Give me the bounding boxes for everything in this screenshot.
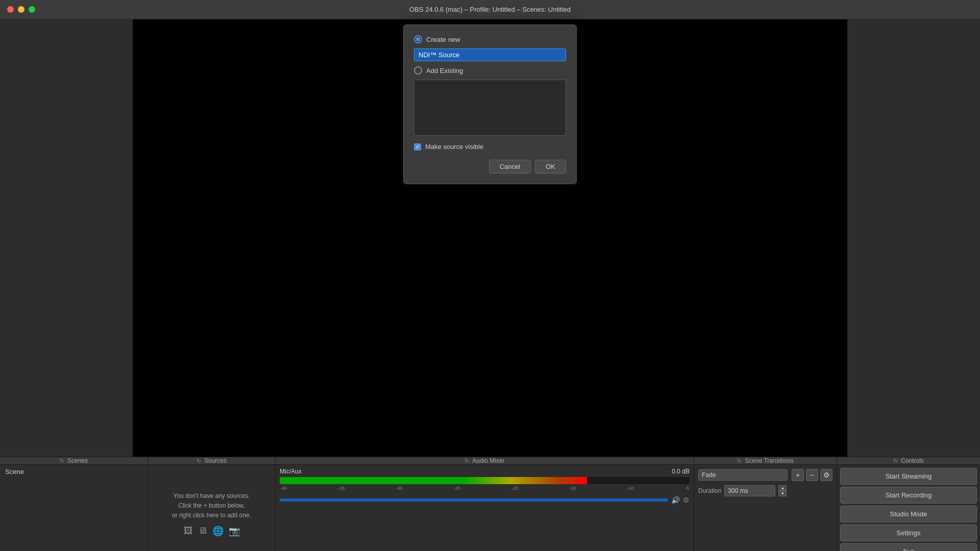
titlebar: OBS 24.0.6 (mac) – Profile: Untitled – S…: [0, 0, 980, 19]
audio-db-value: 0.0 dB: [672, 468, 690, 475]
mute-button[interactable]: 🔊: [671, 496, 680, 504]
image-source-icon: 🖼: [184, 525, 193, 537]
main-area: Create new Add Existing Make source visi…: [0, 19, 980, 457]
make-visible-row[interactable]: Make source visible: [414, 143, 566, 151]
transitions-refresh-icon[interactable]: ↻: [737, 458, 742, 464]
scene-item[interactable]: Scene: [0, 465, 148, 479]
scenes-panel: Scene: [0, 465, 148, 551]
controls-panel: Start Streaming Start Recording Studio M…: [837, 465, 980, 551]
ok-button[interactable]: OK: [535, 160, 566, 173]
add-existing-label: Add Existing: [426, 67, 463, 74]
scenes-header-label: Scenes: [67, 457, 88, 464]
preview-canvas: Create new Add Existing Make source visi…: [133, 19, 847, 457]
volume-slider[interactable]: [280, 498, 668, 502]
start-streaming-button[interactable]: Start Streaming: [840, 468, 977, 485]
duration-decrement[interactable]: ▼: [778, 491, 787, 496]
transition-settings-button[interactable]: ⚙: [820, 469, 832, 481]
audio-meter: [280, 477, 690, 484]
right-sidebar: [847, 19, 980, 457]
transition-type-select[interactable]: Fade: [698, 469, 788, 481]
sources-panel: You don't have any sources. Click the + …: [148, 465, 276, 551]
make-visible-label: Make source visible: [425, 143, 483, 151]
make-visible-checkbox[interactable]: [414, 143, 421, 151]
sources-refresh-icon[interactable]: ↻: [197, 458, 201, 464]
transitions-header-label: Scene Transitions: [745, 457, 793, 464]
audio-panel: Mic/Aux 0.0 dB -40-35-30-25-20-15-10-5 🔊…: [276, 465, 694, 551]
audio-track-name: Mic/Aux: [280, 468, 302, 475]
sources-empty-text: You don't have any sources. Click the + …: [172, 491, 251, 521]
browser-source-icon: 🌐: [212, 525, 224, 537]
panel-headers: ↻ Scenes ↻ Sources ↻ Audio Mixer ↻ Scene…: [0, 457, 980, 465]
audio-controls: 🔊 ⚙: [280, 496, 690, 504]
duration-input[interactable]: [724, 485, 775, 496]
dialog-overlay: Create new Add Existing Make source visi…: [133, 19, 847, 457]
transition-remove-button[interactable]: −: [806, 469, 818, 481]
close-button[interactable]: [7, 6, 14, 13]
create-new-row[interactable]: Create new: [414, 35, 566, 43]
transitions-header: ↻ Scene Transitions: [694, 457, 837, 464]
create-new-radio[interactable]: [414, 35, 422, 43]
exit-button[interactable]: Exit: [840, 543, 977, 551]
dialog-buttons: Cancel OK: [414, 160, 566, 173]
add-existing-radio[interactable]: [414, 66, 422, 74]
transitions-select-row: Fade + − ⚙: [698, 469, 832, 481]
start-recording-button[interactable]: Start Recording: [840, 487, 977, 504]
source-name-input[interactable]: [414, 48, 566, 61]
scenes-header: ↻ Scenes: [0, 457, 148, 464]
audio-mixer-header: ↻ Audio Mixer: [276, 457, 694, 464]
window-controls[interactable]: [7, 6, 35, 13]
sources-type-icons: 🖼 🖥 🌐 📷: [184, 525, 240, 537]
audio-meter-bar: [280, 477, 587, 484]
audio-scale: -40-35-30-25-20-15-10-5: [280, 486, 690, 491]
panels-content: Scene You don't have any sources. Click …: [0, 465, 980, 551]
bottom-panel: ↻ Scenes ↻ Sources ↻ Audio Mixer ↻ Scene…: [0, 457, 980, 551]
audio-track-header: Mic/Aux 0.0 dB: [280, 468, 690, 475]
window-title: OBS 24.0.6 (mac) – Profile: Untitled – S…: [409, 6, 571, 13]
maximize-button[interactable]: [29, 6, 35, 13]
studio-mode-button[interactable]: Studio Mode: [840, 506, 977, 522]
scenes-refresh-icon[interactable]: ↻: [60, 458, 64, 464]
display-source-icon: 🖥: [198, 525, 207, 537]
camera-source-icon: 📷: [229, 525, 240, 537]
controls-header: ↻ Controls: [837, 457, 980, 464]
controls-refresh-icon[interactable]: ↻: [893, 458, 898, 464]
create-new-label: Create new: [426, 36, 460, 43]
duration-spinners: ▲ ▼: [778, 485, 787, 496]
transitions-panel: Fade + − ⚙ Duration ▲ ▼: [694, 465, 837, 551]
sources-header: ↻ Sources: [148, 457, 276, 464]
audio-settings-button[interactable]: ⚙: [683, 496, 690, 504]
controls-header-label: Controls: [901, 457, 924, 464]
add-existing-row[interactable]: Add Existing: [414, 66, 566, 74]
sources-header-label: Sources: [204, 457, 227, 464]
audio-track-mic: Mic/Aux 0.0 dB -40-35-30-25-20-15-10-5 🔊…: [280, 468, 690, 504]
duration-label: Duration: [698, 487, 721, 494]
transition-add-button[interactable]: +: [792, 469, 804, 481]
audio-mixer-header-label: Audio Mixer: [472, 457, 504, 464]
audio-refresh-icon[interactable]: ↻: [464, 458, 469, 464]
cancel-button[interactable]: Cancel: [489, 160, 531, 173]
existing-sources-list[interactable]: [414, 80, 566, 136]
left-sidebar: [0, 19, 133, 457]
duration-row: Duration ▲ ▼: [698, 485, 832, 496]
duration-increment[interactable]: ▲: [778, 485, 787, 491]
add-source-dialog: Create new Add Existing Make source visi…: [403, 24, 577, 184]
minimize-button[interactable]: [18, 6, 24, 13]
settings-button[interactable]: Settings: [840, 524, 977, 541]
